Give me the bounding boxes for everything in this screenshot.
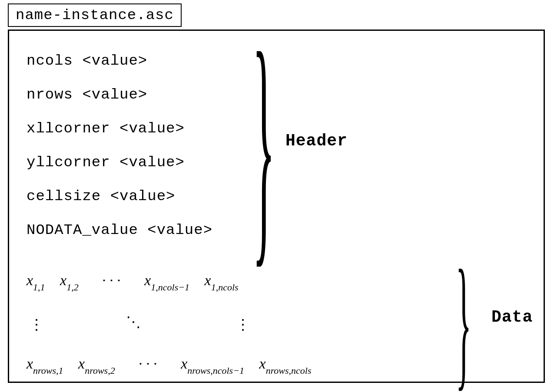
ellipsis-row: ⋮ ⋱ ⋮ xyxy=(27,305,312,344)
file-structure-box: ncols <value> nrows <value> xllcorner <v… xyxy=(8,30,545,383)
header-block: ncols <value> nrows <value> xllcorner <v… xyxy=(27,44,212,247)
header-line: nrows <value> xyxy=(27,78,212,112)
data-label: Data xyxy=(491,308,533,326)
header-line: yllcorner <value> xyxy=(27,145,212,179)
header-line: cellsize <value> xyxy=(27,179,212,213)
data-row: x1,1 x1,2 · · · x1,ncols−1 x1,ncols xyxy=(27,261,312,305)
brace-icon: } xyxy=(456,265,471,378)
brace-icon: } xyxy=(252,42,275,246)
filename-text: name-instance.asc xyxy=(16,7,174,23)
header-line: xllcorner <value> xyxy=(27,112,212,145)
filename-box: name-instance.asc xyxy=(8,3,182,27)
header-line: NODATA_value <value> xyxy=(27,213,212,247)
data-block: x1,1 x1,2 · · · x1,ncols−1 x1,ncols ⋮ ⋱ … xyxy=(27,261,312,389)
header-label: Header xyxy=(285,132,348,150)
header-line: ncols <value> xyxy=(27,44,212,78)
data-row: xnrows,1 xnrows,2 · · · xnrows,ncols−1 x… xyxy=(27,344,312,389)
